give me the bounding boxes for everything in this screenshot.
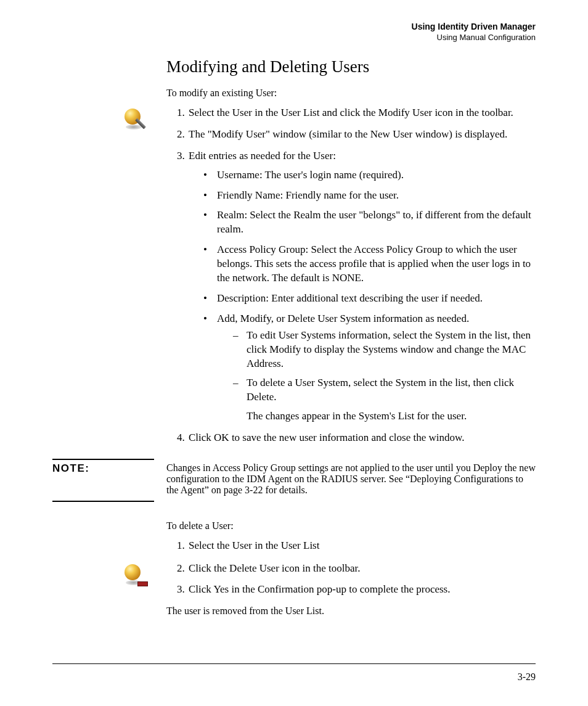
note-bottom-rule [52, 501, 154, 502]
header-line-1: Using Identity Driven Manager [52, 22, 536, 33]
margin-empty [52, 539, 166, 562]
delete-step-1: Select the User in the User List [187, 539, 536, 553]
modify-step-4: Click OK to save the new user informatio… [187, 431, 536, 445]
section-title: Modifying and Deleting Users [166, 57, 536, 76]
modify-steps: Select the User in the User List and cli… [166, 106, 536, 445]
dash-delete: To delete a User System, select the Syst… [233, 376, 536, 404]
modify-step-2: The "Modify User" window (similar to the… [187, 128, 536, 142]
dash-delete-text: To delete a User System, select the Syst… [247, 377, 514, 403]
page: Using Identity Driven Manager Using Manu… [0, 0, 588, 706]
edit-entries-list: Username: The user's login name (require… [189, 168, 536, 424]
system-sublist: To edit User Systems information, select… [217, 329, 536, 404]
bullet-description: Description: Enter additional text descr… [203, 292, 536, 306]
delete-steps: Select the User in the User List [166, 539, 536, 553]
bullet-username: Username: The user's login name (require… [203, 168, 536, 183]
margin-empty [52, 88, 166, 106]
modify-user-icon-cell [52, 106, 166, 454]
dash-edit: To edit User Systems information, select… [233, 329, 536, 371]
margin-empty [52, 504, 166, 520]
footer-rule [52, 663, 536, 664]
modify-step-3: Edit entries as needed for the User: Use… [187, 149, 536, 424]
header-line-2: Using Manual Configuration [52, 33, 536, 43]
note-block: NOTE: Changes in Access Policy Group set… [52, 454, 536, 504]
margin-empty [52, 520, 166, 539]
bullet-add-mod-del: Add, Modify, or Delete User System infor… [203, 312, 536, 424]
bullet-realm: Realm: Select the Realm the user "belong… [203, 208, 536, 237]
delete-intro: To delete a User: [166, 520, 536, 532]
bullet-apg: Access Policy Group: Select the Access P… [203, 243, 536, 285]
bullet-friendlyname: Friendly Name: Friendly name for the use… [203, 189, 536, 203]
delete-user-icon-cell [52, 562, 166, 606]
note-body: Changes in Access Policy Group settings … [166, 462, 536, 496]
delete-step-3: Click Yes in the Confirmation pop-up to … [187, 583, 536, 597]
delete-step-2: Click the Delete User icon in the toolba… [187, 562, 536, 576]
modify-user-icon [123, 107, 148, 132]
margin-empty [52, 57, 166, 88]
modify-intro: To modify an existing User: [166, 88, 536, 99]
running-header: Using Identity Driven Manager Using Manu… [52, 22, 536, 43]
delete-outro: The user is removed from the User List. [166, 605, 536, 617]
delete-steps-cont: Click the Delete User icon in the toolba… [166, 562, 536, 597]
delete-user-icon [123, 563, 148, 588]
note-top-rule [52, 459, 154, 460]
margin-empty [52, 605, 166, 624]
modify-step-1: Select the User in the User List and cli… [187, 106, 536, 120]
modify-step-3-text: Edit entries as needed for the User: [189, 150, 336, 162]
dash-tail: The changes appear in the System's List … [217, 409, 536, 424]
note-label: NOTE: [52, 462, 89, 474]
bullet-add-mod-del-text: Add, Modify, or Delete User System infor… [217, 313, 469, 324]
page-number: 3-29 [518, 671, 536, 683]
